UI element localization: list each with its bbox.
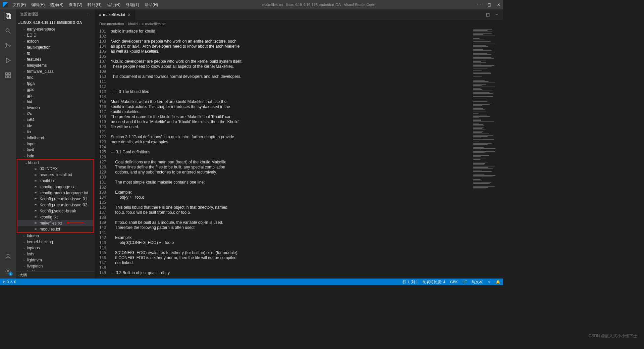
folder-item[interactable]: ›fault-injection — [16, 44, 95, 50]
close-icon[interactable]: ✕ — [497, 2, 500, 7]
outline-header[interactable]: › 大纲 — [16, 271, 95, 279]
extensions-icon[interactable] — [4, 71, 12, 79]
status-language[interactable]: 纯文本 — [472, 280, 483, 285]
folder-item[interactable]: ›livepatch — [16, 263, 95, 269]
project-header[interactable]: ⌄ LINUX-4.19-4.19.115-EMBEDED-GA — [16, 19, 95, 26]
title-bar: 文件(F) 编辑(E) 选择(S) 查看(V) 转到(G) 运行(R) 终端(T… — [0, 0, 503, 9]
more-icon[interactable]: ⋯ — [87, 12, 91, 16]
status-tabsize[interactable]: 制表符长度: 4 — [423, 280, 445, 285]
tree-label: hid — [27, 99, 32, 104]
source-control-icon[interactable] — [4, 42, 12, 50]
status-feedback-icon[interactable]: ☺ — [487, 280, 491, 284]
file-icon: ≡ — [33, 179, 38, 183]
folder-item[interactable]: ›lightnvm — [16, 257, 95, 263]
file-item[interactable]: ≡modules.txt — [17, 226, 93, 232]
status-position[interactable]: 行 1, 列 1 — [402, 280, 418, 285]
file-tree[interactable]: ›early-userspace›EDID›extcon›fault-injec… — [16, 26, 95, 271]
breadcrumb-seg[interactable]: makefiles.txt — [145, 22, 166, 26]
file-item[interactable]: ≡Kconfig.recursion-issue-02 — [17, 202, 93, 208]
account-icon[interactable] — [4, 252, 12, 260]
file-item[interactable]: ≡kconfig.txt — [17, 214, 93, 220]
folder-item[interactable]: ›firmware_class — [16, 68, 95, 74]
tab-makefiles[interactable]: ≡ makefiles.txt ✕ — [95, 9, 135, 20]
file-item[interactable]: ≡kconfig-macro-language.txt — [17, 190, 93, 196]
folder-item[interactable]: ›laptops — [16, 245, 95, 251]
folder-item[interactable]: ⌄kbuild — [17, 160, 93, 166]
folder-item[interactable]: ›i2c — [16, 111, 95, 117]
folder-item[interactable]: ›locking — [16, 269, 95, 271]
folder-item[interactable]: ›features — [16, 56, 95, 62]
file-icon: ≡ — [99, 12, 101, 17]
chevron-right-icon: › — [23, 136, 27, 140]
folder-item[interactable]: ›iio — [16, 129, 95, 135]
status-eol[interactable]: LF — [463, 280, 467, 284]
svg-rect-10 — [9, 76, 11, 78]
folder-item[interactable]: ›extcon — [16, 38, 95, 44]
file-item[interactable]: ≡kconfig-language.txt — [17, 184, 93, 190]
svg-point-6 — [9, 45, 10, 46]
folder-item[interactable]: ›isdn — [16, 153, 95, 159]
run-debug-icon[interactable] — [4, 56, 12, 64]
folder-item[interactable]: ›fmc — [16, 74, 95, 81]
file-item[interactable]: ≡kbuild.txt — [17, 178, 93, 184]
chevron-down-icon: ⌄ — [17, 20, 20, 25]
svg-point-12 — [7, 254, 9, 256]
menu-file[interactable]: 文件(F) — [11, 1, 28, 8]
folder-item[interactable]: ›fb — [16, 50, 95, 56]
file-item[interactable]: ≡Kconfig.recursion-issue-01 — [17, 196, 93, 202]
vscode-logo-icon — [3, 2, 8, 7]
file-item[interactable]: ≡00-INDEX — [17, 166, 93, 172]
tree-label: hwmon — [27, 105, 40, 110]
folder-item[interactable]: ›leds — [16, 251, 95, 257]
folder-item[interactable]: ›gpio — [16, 87, 95, 93]
file-item[interactable]: ≡headers_install.txt — [17, 172, 93, 178]
explorer-icon[interactable] — [4, 12, 12, 20]
status-bell-icon[interactable]: 🔔 — [496, 280, 500, 284]
code-editor[interactable]: 101 102 103 104 105 106 107 108 109 110 … — [95, 28, 471, 279]
menu-run[interactable]: 运行(R) — [105, 1, 123, 8]
minimap[interactable] — [471, 28, 503, 279]
folder-item[interactable]: ›hwmon — [16, 105, 95, 111]
folder-item[interactable]: ›kdump — [16, 233, 95, 239]
search-icon[interactable] — [4, 27, 12, 35]
tree-label: fault-injection — [27, 45, 51, 50]
project-name: LINUX-4.19-4.19.115-EMBEDED-GA — [20, 20, 82, 24]
settings-icon[interactable]: 1 — [4, 267, 12, 275]
menu-select[interactable]: 选择(S) — [48, 1, 65, 8]
breadcrumb[interactable]: Documentation› kbuild› ≡ makefiles.txt — [95, 20, 503, 28]
file-icon: ≡ — [33, 209, 38, 213]
folder-item[interactable]: ›kernel-hacking — [16, 239, 95, 245]
folder-item[interactable]: ›ia64 — [16, 117, 95, 123]
folder-item[interactable]: ›ioctl — [16, 147, 95, 153]
tree-label: kbuild.txt — [40, 179, 55, 183]
menu-help[interactable]: 帮助(H) — [143, 1, 160, 8]
breadcrumb-seg[interactable]: Documentation — [99, 22, 124, 26]
status-problems[interactable]: ⊘ 0 ⚠ 0 — [3, 280, 16, 284]
minimize-icon[interactable]: — — [477, 2, 481, 7]
breadcrumb-seg[interactable]: kbuild — [128, 22, 138, 26]
folder-item[interactable]: ›early-userspace — [16, 26, 95, 32]
folder-item[interactable]: ›fpga — [16, 81, 95, 87]
editor-more-icon[interactable]: ⋯ — [494, 12, 498, 17]
folder-item[interactable]: ›input — [16, 141, 95, 147]
chevron-right-icon: › — [23, 46, 27, 49]
folder-item[interactable]: ›gpu — [16, 93, 95, 99]
chevron-right-icon: › — [23, 28, 27, 31]
folder-item[interactable]: ›hid — [16, 99, 95, 105]
tab-close-icon[interactable]: ✕ — [127, 12, 131, 17]
tree-label: kbuild — [28, 160, 39, 165]
file-item[interactable]: ≡makefiles.txt — [17, 220, 93, 226]
folder-item[interactable]: ›EDID — [16, 32, 95, 38]
menu-view[interactable]: 查看(V) — [67, 1, 84, 8]
maximize-icon[interactable]: ▢ — [487, 2, 491, 7]
folder-item[interactable]: ›ide — [16, 123, 95, 129]
folder-item[interactable]: ›infiniband — [16, 135, 95, 141]
menu-terminal[interactable]: 终端(T) — [124, 1, 141, 8]
menu-go[interactable]: 转到(G) — [86, 1, 103, 8]
split-editor-icon[interactable]: ◫ — [486, 12, 490, 17]
folder-item[interactable]: ›filesystems — [16, 62, 95, 68]
file-item[interactable]: ≡Kconfig.select-break — [17, 208, 93, 214]
code-content[interactable]: public interface for kbuild. *Arch devel… — [111, 29, 471, 277]
status-encoding[interactable]: GBK — [450, 280, 458, 284]
menu-edit[interactable]: 编辑(E) — [29, 1, 47, 8]
